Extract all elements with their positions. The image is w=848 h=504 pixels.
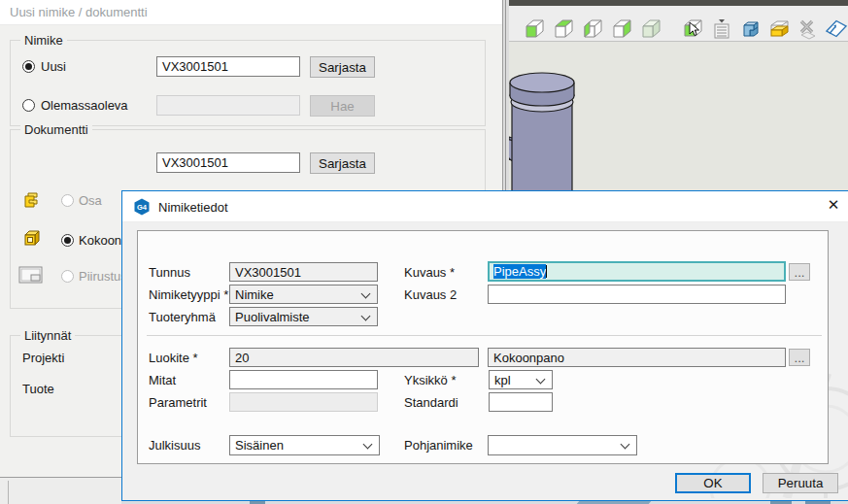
- nimike-sarjasta-button[interactable]: Sarjasta: [310, 56, 375, 78]
- radio-olemassaoleva-label: Olemassaoleva: [41, 98, 128, 113]
- radio-olemassaoleva[interactable]: [22, 99, 35, 112]
- bg-window-edge: [8, 481, 9, 504]
- svg-text:G4: G4: [137, 203, 148, 212]
- separator: [147, 335, 822, 336]
- feature-list-icon[interactable]: [710, 17, 733, 41]
- kuvaus-browse-button[interactable]: ...: [789, 263, 810, 281]
- tuoteryhma-label: Tuoteryhmä: [149, 310, 216, 324]
- dokumentti-sarjasta-button[interactable]: Sarjasta: [310, 152, 375, 174]
- kuvaus2-input[interactable]: [488, 285, 786, 304]
- liitynnat-group-legend: Liitynnät: [20, 328, 75, 343]
- dokumentti-group-legend: Dokumentti: [20, 122, 92, 137]
- hae-button: Hae: [310, 95, 375, 117]
- standardi-input[interactable]: [489, 392, 553, 412]
- kuvaus-selected-text: PipeAssy: [493, 264, 546, 279]
- chevron-down-icon: [621, 440, 630, 450]
- pohjanimike-label: Pohjanimike: [404, 438, 473, 453]
- dokumentti-tunnus-input[interactable]: VX3001501: [156, 152, 300, 173]
- nimiketyyppi-combo[interactable]: Nimike: [229, 285, 378, 304]
- parametrit-label: Parametrit: [149, 395, 207, 410]
- sketch-plane-icon[interactable]: [825, 17, 848, 41]
- app-badge-icon: G4: [133, 198, 151, 216]
- radio-piirustus-label: Piirustus: [79, 269, 127, 284]
- luokite-name-field: Kokoonpano: [488, 348, 786, 367]
- nimiketiedot-dialog: G4 Nimiketiedot ✕ Tunnus VX3001501 Kuvau…: [121, 190, 848, 501]
- cube-front-face-icon[interactable]: [523, 17, 546, 41]
- drawing-icon: [18, 265, 44, 285]
- chevron-down-icon: [536, 375, 546, 385]
- yksikko-label: Yksikkö *: [404, 373, 456, 387]
- cube-left-face-icon[interactable]: [581, 17, 604, 41]
- nimiketyyppi-label: Nimiketyyppi *: [149, 287, 228, 302]
- kuvaus-label: Kuvaus *: [404, 265, 455, 280]
- chevron-down-icon: [361, 312, 371, 321]
- luokite-code-field: 20: [229, 348, 479, 367]
- mitat-label: Mitat: [149, 373, 176, 387]
- tunnus-field: VX3001501: [229, 262, 378, 282]
- kuvaus2-label: Kuvaus 2: [404, 287, 457, 302]
- yksikko-combo[interactable]: kpl: [489, 370, 553, 389]
- dialog-title: Nimiketiedot: [158, 200, 228, 215]
- text-caret: [546, 265, 547, 278]
- kuvaus-input[interactable]: PipeAssy: [488, 261, 786, 282]
- cad-toolbar: [509, 6, 848, 42]
- luokite-browse-button[interactable]: ...: [789, 349, 810, 366]
- tuote-label: Tuote: [22, 382, 54, 396]
- parametrit-field: [229, 392, 378, 412]
- bg-dialog-title: Uusi nimike / dokumentti: [10, 5, 148, 19]
- olemassaoleva-input: [156, 95, 300, 116]
- solid-cube-icon[interactable]: [639, 17, 662, 41]
- radio-uusi[interactable]: [22, 60, 35, 73]
- part-icon: [22, 190, 42, 210]
- tuoteryhma-combo[interactable]: Puolivalmiste: [229, 307, 378, 326]
- mitat-input[interactable]: [229, 370, 378, 389]
- radio-uusi-label: Uusi: [41, 59, 66, 74]
- radio-piirustus: [61, 270, 74, 283]
- select-body-icon[interactable]: [682, 17, 705, 41]
- radio-kokoonpano[interactable]: [61, 234, 74, 247]
- nimike-group-legend: Nimike: [20, 33, 67, 48]
- cube-top-face-icon[interactable]: [552, 17, 575, 41]
- extruded-part-icon[interactable]: [739, 17, 763, 41]
- sheet-body-icon[interactable]: [767, 17, 791, 41]
- tunnus-label: Tunnus: [149, 265, 190, 280]
- nimike-group: Nimike Uusi VX3001501 Sarjasta Olemassao…: [10, 40, 486, 126]
- ok-button[interactable]: OK: [675, 473, 751, 493]
- julkisuus-label: Julkisuus: [149, 438, 200, 453]
- cancel-button[interactable]: Peruuta: [763, 473, 838, 493]
- bg-dialog-titlebar[interactable]: Uusi nimike / dokumentti: [0, 0, 502, 25]
- julkisuus-combo[interactable]: Sisäinen: [229, 435, 380, 455]
- radio-osa: [61, 194, 74, 207]
- chevron-down-icon: [363, 440, 373, 450]
- radio-osa-label: Osa: [79, 193, 102, 208]
- projekti-label: Projekti: [22, 351, 64, 365]
- app-root: Uusi nimike / dokumentti Nimike Uusi VX3…: [0, 0, 848, 504]
- close-icon[interactable]: ✕: [823, 196, 844, 218]
- cube-right-face-icon[interactable]: [610, 17, 633, 41]
- uusi-nimike-input[interactable]: VX3001501: [156, 56, 300, 77]
- pohjanimike-combo[interactable]: [488, 435, 637, 455]
- assembly-icon: [22, 228, 42, 248]
- chevron-down-icon: [361, 289, 371, 299]
- luokite-label: Luokite *: [149, 351, 198, 365]
- dialog-titlebar[interactable]: G4 Nimiketiedot ✕: [122, 191, 848, 222]
- standardi-label: Standardi: [404, 395, 458, 410]
- delete-body-icon[interactable]: [796, 17, 819, 41]
